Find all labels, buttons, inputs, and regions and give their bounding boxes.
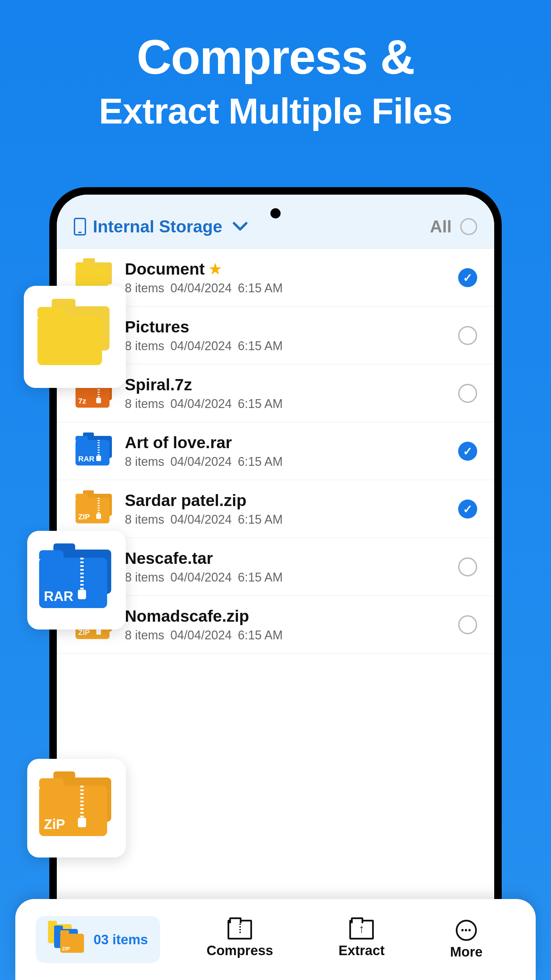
more-button[interactable]: More: [450, 920, 483, 959]
more-icon: [456, 920, 477, 941]
phone-notch: [221, 187, 330, 195]
compress-icon: [227, 920, 252, 940]
hero-title: Compress & Extract Multiple Files: [0, 0, 551, 132]
selected-count-label: 03 items: [94, 932, 148, 947]
extract-button[interactable]: Extract: [338, 920, 385, 959]
file-checkbox[interactable]: [458, 326, 477, 345]
file-meta: 8 items04/04/20246:15 AM: [125, 628, 448, 643]
storage-label: Internal Storage: [93, 217, 222, 237]
file-checkbox[interactable]: [458, 268, 477, 287]
file-name: Art of love.rar: [125, 433, 232, 452]
file-meta: 8 items04/04/20246:15 AM: [125, 339, 448, 353]
camera-dot: [270, 208, 281, 218]
file-name: Sardar patel.zip: [125, 491, 246, 510]
phone-icon: [74, 218, 86, 235]
extract-label: Extract: [338, 943, 385, 958]
file-name: Pictures: [125, 318, 189, 336]
archive-zip-icon: ZIP: [74, 492, 114, 526]
chip-stack-icon: [48, 924, 86, 955]
folder-icon: [37, 306, 112, 368]
chevron-down-icon: [233, 222, 248, 231]
compress-button[interactable]: Compress: [206, 920, 273, 959]
file-name: Nomadscafe.zip: [125, 607, 249, 625]
file-meta: 8 items04/04/20246:15 AM: [125, 397, 448, 411]
file-checkbox[interactable]: [458, 500, 477, 519]
archive-rar-icon: RAR: [39, 550, 114, 611]
float-rar-card: RAR: [27, 531, 126, 630]
more-label: More: [450, 944, 483, 959]
bottom-action-bar: 03 items Compress Extract More: [15, 899, 536, 980]
storage-selector[interactable]: Internal Storage: [74, 217, 248, 237]
file-meta: 8 items04/04/20246:15 AM: [125, 570, 448, 585]
select-all-label: All: [430, 217, 452, 237]
archive-zip-icon: ZiP: [39, 778, 114, 839]
file-checkbox[interactable]: [458, 557, 477, 576]
file-meta: 8 items04/04/20246:15 AM: [125, 455, 448, 469]
file-checkbox[interactable]: [458, 384, 477, 403]
file-row-sardar-patel-zip[interactable]: ZIP Sardar patel.zip 8 items04/04/20246:…: [57, 480, 494, 538]
file-meta: 8 items04/04/20246:15 AM: [125, 281, 448, 295]
file-name: Nescafe.tar: [125, 549, 213, 568]
file-row-art-of-love-rar[interactable]: RAR Art of love.rar 8 items04/04/20246:1…: [57, 422, 494, 480]
file-name: Document: [125, 259, 205, 278]
star-icon: ★: [209, 261, 222, 277]
selected-items-chip[interactable]: 03 items: [36, 916, 160, 963]
select-all-checkbox[interactable]: [460, 218, 477, 235]
app-header: Internal Storage All: [57, 195, 494, 249]
compress-label: Compress: [206, 943, 273, 958]
float-folder-card: [24, 286, 126, 388]
archive-rar-icon: RAR: [74, 434, 114, 468]
file-meta: 8 items04/04/20246:15 AM: [125, 512, 448, 527]
float-zip-card: ZiP: [27, 759, 126, 858]
file-checkbox[interactable]: [458, 442, 477, 461]
hero-line2: Extract Multiple Files: [0, 91, 551, 132]
file-name: Spiral.7z: [125, 375, 192, 394]
file-checkbox[interactable]: [458, 615, 477, 634]
extract-icon: [349, 920, 374, 940]
hero-line1: Compress &: [0, 30, 551, 84]
